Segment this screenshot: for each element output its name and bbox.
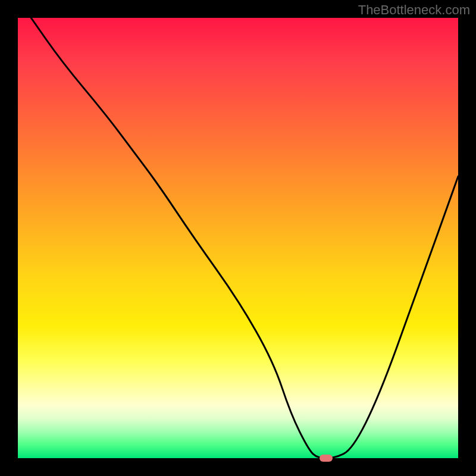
watermark-text: TheBottleneck.com xyxy=(358,2,470,18)
chart-marker xyxy=(320,455,333,462)
chart-curve-svg xyxy=(18,18,458,458)
curve-line xyxy=(31,18,458,458)
